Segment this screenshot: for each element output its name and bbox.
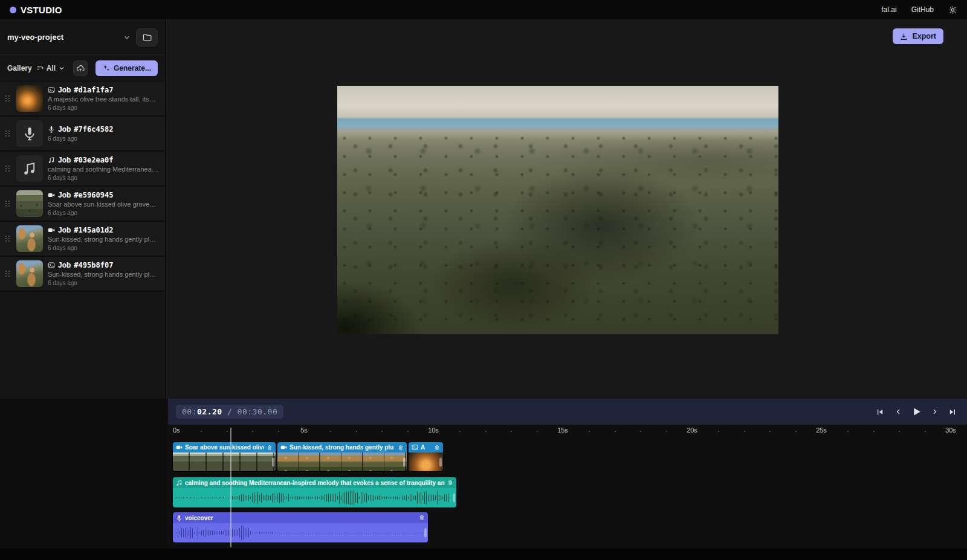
job-text: Job#7f6c4582 6 days ago <box>48 125 159 142</box>
job-timestamp: 6 days ago <box>48 245 159 251</box>
clip-filmstrip <box>277 452 407 471</box>
timeline-left-gutter <box>0 399 168 560</box>
drag-handle-icon[interactable] <box>4 271 11 277</box>
video-camera-icon <box>48 191 55 199</box>
job-timestamp: 6 days ago <box>48 135 159 142</box>
upload-button[interactable] <box>73 60 88 76</box>
image-icon <box>48 86 55 94</box>
job-thumbnail <box>16 120 43 147</box>
nav-link-fal-ai[interactable]: fal.ai <box>881 5 896 14</box>
skip-to-end-button[interactable] <box>946 405 959 419</box>
video-clip-2[interactable]: Sun-kissed, strong hands gently plu <box>277 442 407 471</box>
clip-filmstrip <box>173 452 276 471</box>
job-item-495b8f07[interactable]: Job#495b8f07 Sun-kissed, strong hands ge… <box>0 257 165 292</box>
job-label: Job <box>58 125 71 134</box>
job-thumbnail <box>16 85 43 112</box>
timeline[interactable]: 0s5s10s15s20s25s30s Soar above sun-kisse… <box>168 425 967 560</box>
chevron-down-icon <box>58 65 65 72</box>
music-note-icon <box>22 161 37 176</box>
job-text: Job#03e2ea0f calming and soothing Medite… <box>48 156 159 181</box>
ruler-label: 25s <box>816 426 827 434</box>
job-timestamp: 6 days ago <box>48 105 159 111</box>
playhead[interactable] <box>230 428 231 547</box>
job-thumbnail <box>16 190 43 217</box>
drag-handle-icon[interactable] <box>4 95 11 101</box>
ruler-label: 15s <box>557 426 568 434</box>
play-button[interactable] <box>910 405 923 419</box>
resize-handle[interactable] <box>439 457 442 466</box>
job-item-03e2ea0f[interactable]: Job#03e2ea0f calming and soothing Medite… <box>0 152 165 187</box>
delete-clip-button[interactable] <box>398 445 404 451</box>
job-id: #03e2ea0f <box>74 156 113 164</box>
nav-link-github[interactable]: GitHub <box>911 5 934 14</box>
music-clip[interactable]: calming and soothing Mediterranean-inspi… <box>173 477 456 507</box>
sidebar: my-veo-project Gallery All Generate... <box>0 20 166 399</box>
job-label: Job <box>58 261 71 269</box>
job-id: #495b8f07 <box>74 261 113 269</box>
job-description: Sun-kissed, strong hands gently pluck… <box>48 271 159 278</box>
job-timestamp: 6 days ago <box>48 210 159 216</box>
mic-icon <box>48 126 55 133</box>
bottom-strip <box>0 549 967 560</box>
drag-handle-icon[interactable] <box>4 166 11 172</box>
resize-handle[interactable] <box>453 494 455 503</box>
job-description: calming and soothing Mediterranean-… <box>48 166 159 173</box>
gallery-header: Gallery All Generate... <box>0 55 165 81</box>
video-clip-1[interactable]: Soar above sun-kissed olive <box>173 442 276 471</box>
job-item-7f6c4582[interactable]: Job#7f6c4582 6 days ago <box>0 117 165 152</box>
music-note-icon <box>48 156 55 164</box>
audio-waveform <box>173 523 428 542</box>
delete-clip-button[interactable] <box>419 515 425 521</box>
delete-clip-button[interactable] <box>447 480 453 486</box>
job-item-e5960945[interactable]: Job#e5960945 Soar above sun-kissed olive… <box>0 187 165 222</box>
chevron-right-icon <box>931 408 939 416</box>
resize-handle[interactable] <box>272 457 274 466</box>
ruler-label: 0s <box>173 426 180 434</box>
job-label: Job <box>58 86 71 94</box>
mic-icon <box>22 126 37 141</box>
top-nav: fal.ai GitHub <box>881 5 957 14</box>
trash-icon <box>434 445 440 451</box>
job-text: Job#145a01d2 Sun-kissed, strong hands ge… <box>48 226 159 251</box>
job-description: A majestic olive tree stands tall, its… <box>48 95 159 103</box>
step-forward-button[interactable] <box>928 405 941 419</box>
filter-icon <box>36 64 44 72</box>
video-clip-3[interactable]: A <box>409 442 443 471</box>
video-preview[interactable] <box>337 86 778 334</box>
job-thumbnail <box>16 155 43 182</box>
export-button[interactable]: Export <box>893 28 943 44</box>
gallery-filter-dropdown[interactable]: All <box>36 64 65 72</box>
image-icon <box>412 444 418 451</box>
job-description: Sun-kissed, strong hands gently pluck… <box>48 236 159 243</box>
voiceover-clip[interactable]: voiceover <box>173 512 428 542</box>
chevron-down-icon <box>123 33 131 42</box>
project-dropdown[interactable] <box>123 33 131 42</box>
job-text: Job#e5960945 Soar above sun-kissed olive… <box>48 191 159 216</box>
chevron-left-icon <box>894 408 902 416</box>
drag-handle-icon[interactable] <box>4 201 11 207</box>
sparkles-icon <box>102 64 110 72</box>
timeline-ruler[interactable]: 0s5s10s15s20s25s30s <box>168 425 967 439</box>
open-project-button[interactable] <box>136 28 158 47</box>
delete-clip-button[interactable] <box>267 445 273 451</box>
ruler-label: 5s <box>300 426 308 434</box>
clip-filmstrip <box>409 452 443 471</box>
step-back-button[interactable] <box>891 405 905 419</box>
resize-handle[interactable] <box>424 529 427 538</box>
job-text: Job#495b8f07 Sun-kissed, strong hands ge… <box>48 261 159 286</box>
delete-clip-button[interactable] <box>434 445 440 451</box>
job-id: #e5960945 <box>74 191 113 199</box>
generate-button[interactable]: Generate... <box>95 60 158 76</box>
resize-handle[interactable] <box>403 457 406 466</box>
logo-text: VSTUDIO <box>21 5 62 15</box>
drag-handle-icon[interactable] <box>4 130 11 137</box>
skip-to-start-button[interactable] <box>873 405 887 419</box>
ruler-label: 30s <box>945 426 956 434</box>
job-item-145a01d2[interactable]: Job#145a01d2 Sun-kissed, strong hands ge… <box>0 222 165 257</box>
ruler-label: 10s <box>428 426 439 434</box>
settings-button[interactable] <box>948 5 957 14</box>
job-id: #145a01d2 <box>74 226 113 234</box>
job-item-d1af1fa7[interactable]: Job#d1af1fa7 A majestic olive tree stand… <box>0 82 165 117</box>
drag-handle-icon[interactable] <box>4 236 11 242</box>
job-id: #7f6c4582 <box>74 125 113 134</box>
